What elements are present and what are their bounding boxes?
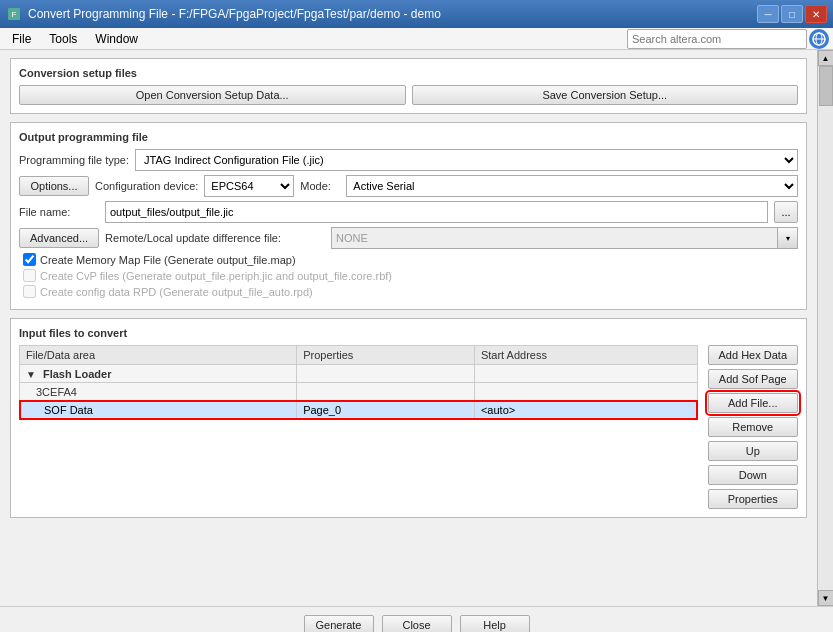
scroll-down-arrow[interactable]: ▼ <box>818 590 834 606</box>
content-area: Conversion setup files Open Conversion S… <box>0 50 817 606</box>
checkbox-cvp-input[interactable] <box>23 269 36 282</box>
col-start-address: Start Address <box>474 346 697 365</box>
checkbox-memory-map: Create Memory Map File (Generate output_… <box>19 253 798 266</box>
checkbox-cvp-label: Create CvP files (Generate output_file.p… <box>40 270 392 282</box>
files-table: File/Data area Properties Start Address … <box>19 345 698 419</box>
advanced-row: Advanced... Remote/Local update differen… <box>19 227 798 249</box>
programming-file-type-select[interactable]: JTAG Indirect Configuration File (.jic) <box>135 149 798 171</box>
search-globe-icon[interactable] <box>809 29 829 49</box>
files-table-area: File/Data area Properties Start Address … <box>19 345 698 419</box>
menu-file[interactable]: File <box>4 30 39 48</box>
browse-file-button[interactable]: ... <box>774 201 798 223</box>
right-button-panel: Add Hex Data Add Sof Page Add File... Re… <box>702 345 798 509</box>
config-device-select[interactable]: EPCS64 <box>204 175 294 197</box>
conversion-setup-title: Conversion setup files <box>19 67 798 79</box>
title-bar: F Convert Programming File - F:/FPGA/Fpg… <box>0 0 833 28</box>
generate-button[interactable]: Generate <box>304 615 374 633</box>
file-name-row: File name: ... <box>19 201 798 223</box>
col-file-data-area: File/Data area <box>20 346 297 365</box>
close-button[interactable]: ✕ <box>805 5 827 23</box>
device-addr <box>474 383 697 401</box>
maximize-button[interactable]: □ <box>781 5 803 23</box>
table-row-device[interactable]: 3CEFA4 <box>20 383 698 401</box>
table-header-row: File/Data area Properties Start Address <box>20 346 698 365</box>
search-input[interactable] <box>627 29 807 49</box>
checkbox-memory-map-label: Create Memory Map File (Generate output_… <box>40 254 296 266</box>
table-row-sof[interactable]: SOF Data Page_0 <auto> <box>20 401 698 419</box>
programming-file-type-row: Programming file type: JTAG Indirect Con… <box>19 149 798 171</box>
col-properties: Properties <box>297 346 475 365</box>
up-button[interactable]: Up <box>708 441 798 461</box>
scroll-track <box>818 66 834 590</box>
close-button[interactable]: Close <box>382 615 452 633</box>
config-device-row: Options... Configuration device: EPCS64 … <box>19 175 798 197</box>
tree-expand-icon: ▼ <box>26 369 36 380</box>
device-name: 3CEFA4 <box>20 383 297 401</box>
scroll-up-arrow[interactable]: ▲ <box>818 50 834 66</box>
sof-data-name: SOF Data <box>20 401 297 419</box>
device-props <box>297 383 475 401</box>
sof-data-addr: <auto> <box>474 401 697 419</box>
checkbox-config-rpd: Create config data RPD (Generate output_… <box>19 285 798 298</box>
flash-loader-props <box>297 365 475 383</box>
file-name-input[interactable] <box>105 201 768 223</box>
checkbox-memory-map-input[interactable] <box>23 253 36 266</box>
minimize-button[interactable]: ─ <box>757 5 779 23</box>
save-conversion-button[interactable]: Save Conversion Setup... <box>412 85 799 105</box>
down-button[interactable]: Down <box>708 465 798 485</box>
scroll-thumb[interactable] <box>819 66 833 106</box>
app-icon: F <box>6 6 22 22</box>
scrollbar[interactable]: ▲ ▼ <box>817 50 833 606</box>
input-files-section: Input files to convert File/Data area Pr… <box>10 318 807 518</box>
config-device-label: Configuration device: <box>95 180 198 192</box>
menu-window[interactable]: Window <box>87 30 146 48</box>
window-title: Convert Programming File - F:/FPGA/FpgaP… <box>28 7 757 21</box>
remove-button[interactable]: Remove <box>708 417 798 437</box>
help-button[interactable]: Help <box>460 615 530 633</box>
add-hex-data-button[interactable]: Add Hex Data <box>708 345 798 365</box>
properties-button[interactable]: Properties <box>708 489 798 509</box>
checkbox-config-rpd-input[interactable] <box>23 285 36 298</box>
window-controls: ─ □ ✕ <box>757 5 827 23</box>
mode-select[interactable]: Active Serial <box>346 175 798 197</box>
add-file-button[interactable]: Add File... <box>708 393 798 413</box>
add-sof-page-button[interactable]: Add Sof Page <box>708 369 798 389</box>
remote-local-label: Remote/Local update difference file: <box>105 232 325 244</box>
checkbox-cvp: Create CvP files (Generate output_file.p… <box>19 269 798 282</box>
advanced-button[interactable]: Advanced... <box>19 228 99 248</box>
output-file-title: Output programming file <box>19 131 798 143</box>
svg-text:F: F <box>12 10 17 19</box>
file-name-label: File name: <box>19 206 99 218</box>
sof-data-props: Page_0 <box>297 401 475 419</box>
main-content: Conversion setup files Open Conversion S… <box>0 50 833 606</box>
flash-loader-name: ▼ Flash Loader <box>20 365 297 383</box>
mode-label: Mode: <box>300 180 340 192</box>
remote-local-dropdown-arrow[interactable]: ▾ <box>778 227 798 249</box>
menu-bar: File Tools Window <box>0 28 833 50</box>
flash-loader-addr <box>474 365 697 383</box>
conversion-setup-section: Conversion setup files Open Conversion S… <box>10 58 807 114</box>
menu-tools[interactable]: Tools <box>41 30 85 48</box>
bottom-bar: Generate Close Help <box>0 606 833 632</box>
open-conversion-button[interactable]: Open Conversion Setup Data... <box>19 85 406 105</box>
output-file-section: Output programming file Programming file… <box>10 122 807 310</box>
files-area: File/Data area Properties Start Address … <box>19 345 798 509</box>
options-button[interactable]: Options... <box>19 176 89 196</box>
checkbox-config-rpd-label: Create config data RPD (Generate output_… <box>40 286 313 298</box>
programming-file-type-label: Programming file type: <box>19 154 129 166</box>
remote-local-input[interactable] <box>331 227 778 249</box>
table-row-flash-loader[interactable]: ▼ Flash Loader <box>20 365 698 383</box>
input-files-title: Input files to convert <box>19 327 798 339</box>
